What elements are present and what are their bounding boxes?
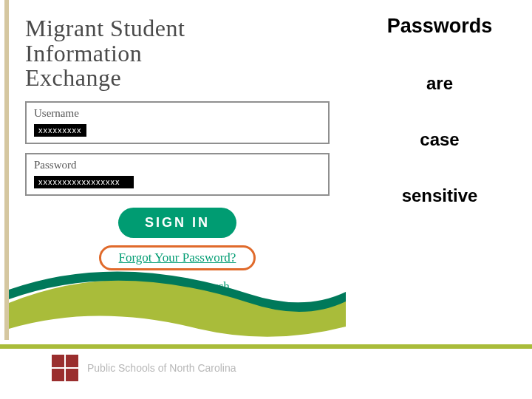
login-title-line1: Migrant Student	[25, 16, 330, 41]
login-form: Username xxxxxxxxx Password xxxxxxxxxxxx…	[9, 98, 346, 294]
reminder-word-2: are	[355, 73, 525, 94]
login-screenshot: Migrant Student Information Exchange Use…	[4, 0, 346, 340]
username-value: xxxxxxxxx	[34, 124, 86, 137]
slide: Migrant Student Information Exchange Use…	[0, 0, 532, 399]
login-title-block: Migrant Student Information Exchange	[9, 0, 346, 98]
username-label: Username	[34, 107, 321, 120]
forgot-password-highlight: Forgot Your Password?	[99, 245, 256, 270]
footer-logo-icon	[52, 355, 78, 381]
footer: Public Schools of North Carolina	[52, 355, 236, 381]
reminder-text: Passwords are case sensitive	[355, 15, 525, 242]
state-contact-link[interactable]: State Contact Search	[125, 279, 230, 293]
divider-bar	[0, 344, 532, 349]
footer-org-name: Public Schools of North Carolina	[87, 362, 236, 374]
signin-row: SIGN IN	[25, 208, 330, 238]
signin-button[interactable]: SIGN IN	[118, 208, 236, 238]
reminder-word-1: Passwords	[355, 15, 525, 38]
reminder-word-3: case	[355, 129, 525, 150]
password-value: xxxxxxxxxxxxxxxxx	[34, 176, 134, 188]
login-title-line2: Information	[25, 41, 330, 66]
forgot-password-row: Forgot Your Password?	[25, 245, 330, 270]
password-label: Password	[34, 159, 321, 171]
state-contact-row: State Contact Search	[25, 279, 330, 294]
username-field[interactable]: Username xxxxxxxxx	[25, 101, 330, 144]
password-field[interactable]: Password xxxxxxxxxxxxxxxxx	[25, 153, 330, 196]
reminder-word-4: sensitive	[355, 185, 525, 206]
forgot-password-link[interactable]: Forgot Your Password?	[119, 250, 236, 265]
login-title-line3: Exchange	[25, 66, 330, 91]
